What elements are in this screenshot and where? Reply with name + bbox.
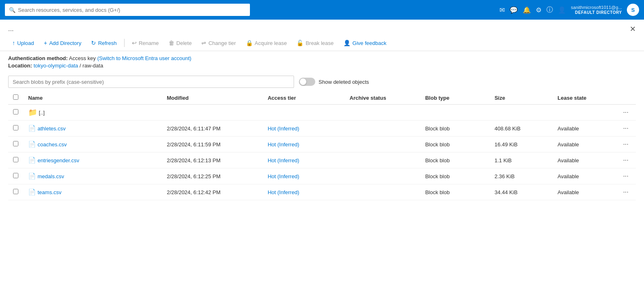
cell-archive-status [345,137,420,152]
file-name-link[interactable]: entriesgender.csv [38,157,79,164]
file-name-link[interactable]: coaches.csv [38,141,67,148]
feedback-icon[interactable]: 💬 [510,6,518,14]
refresh-icon: ↻ [91,40,96,46]
upload-icon: ↑ [12,40,15,46]
global-search-input[interactable] [18,7,246,13]
th-lease-state[interactable]: Lease state [553,91,615,105]
row-checkbox[interactable] [13,157,18,162]
select-all-checkbox[interactable] [13,94,18,100]
cell-access-tier [263,105,345,121]
cell-lease-state: Available [553,168,615,184]
th-actions [616,91,636,105]
rename-button[interactable]: ↩ Rename [128,38,163,48]
breadcrumb-dots[interactable]: ... [8,25,13,33]
cell-archive-status [345,121,420,137]
info-section: Authentication method: Access key (Switc… [0,51,644,72]
cell-modified [162,105,263,121]
location-separator: / [80,63,82,69]
search-bar[interactable]: 🔍 [5,4,250,16]
cell-lease-state: Available [553,137,615,152]
auth-info-line: Authentication method: Access key (Switc… [8,55,636,61]
file-name-link[interactable]: medals.csv [38,173,64,179]
settings-icon[interactable]: ⚙ [536,6,541,14]
cell-modified: 2/28/2024, 6:12:42 PM [162,184,263,200]
cell-access-tier: Hot (Inferred) [263,152,345,168]
acquire-lease-button[interactable]: 🔒 Acquire lease [242,38,291,48]
row-checkbox[interactable] [13,141,18,146]
cell-archive-status [345,105,420,121]
cell-modified: 2/28/2024, 6:12:13 PM [162,152,263,168]
more-options-button[interactable]: ··· [621,156,631,165]
toolbar: ↑ Upload + Add Directory ↻ Refresh ↩ Ren… [0,35,644,51]
show-deleted-toggle[interactable] [299,78,315,86]
break-lease-button[interactable]: 🔓 Break lease [292,38,338,48]
cell-blob-type: Block blob [420,168,490,184]
file-name-link[interactable]: athletes.csv [38,125,66,132]
blob-search-input[interactable] [8,76,294,88]
cell-archive-status [345,184,420,200]
file-name-link[interactable]: [..] [39,110,45,116]
toolbar-divider-1 [124,39,125,47]
file-table-container: Name Modified Access tier Archive status… [0,91,644,200]
give-feedback-button[interactable]: 👤 Give feedback [339,38,390,48]
th-access-tier[interactable]: Access tier [263,91,345,105]
account-icon[interactable]: 👤 [558,6,566,14]
delete-button[interactable]: 🗑 Delete [165,38,196,48]
folder-icon: 📁 [28,108,37,117]
file-icon: 📄 [28,141,36,148]
cell-size: 16.49 KiB [490,137,553,152]
row-checkbox[interactable] [13,125,18,130]
row-checkbox[interactable] [13,189,18,194]
row-checkbox[interactable] [13,109,18,114]
more-options-button[interactable]: ··· [621,172,631,181]
add-directory-icon: + [44,40,47,46]
table-row: 📄teams.csv2/28/2024, 6:12:42 PMHot (Infe… [8,184,636,200]
table-row: 📄entriesgender.csv2/28/2024, 6:12:13 PMH… [8,152,636,168]
more-options-button[interactable]: ··· [621,108,631,117]
cell-archive-status [345,152,420,168]
switch-auth-link[interactable]: (Switch to Microsoft Entra user account) [97,55,191,61]
more-options-button[interactable]: ··· [621,140,631,149]
avatar[interactable]: S [627,4,639,16]
file-icon: 📄 [28,188,36,196]
file-name-link[interactable]: teams.csv [38,189,62,195]
cell-access-tier: Hot (Inferred) [263,137,345,152]
th-size[interactable]: Size [490,91,553,105]
cell-size: 2.36 KiB [490,168,553,184]
cell-lease-state [553,105,615,121]
email-icon[interactable]: ✉ [499,6,505,14]
location-link[interactable]: tokyo-olympic-data [33,63,78,69]
file-table-body: 📁[..]···📄athletes.csv2/28/2024, 6:11:47 … [8,105,636,200]
cell-lease-state: Available [553,121,615,137]
file-table: Name Modified Access tier Archive status… [8,91,636,200]
th-checkbox [8,91,23,105]
acquire-lease-icon: 🔒 [246,40,253,46]
user-profile[interactable]: sanithmicrosoft1011@g... DEFAULT DIRECTO… [571,5,622,15]
file-icon: 📄 [28,125,36,132]
cell-modified: 2/28/2024, 6:12:25 PM [162,168,263,184]
table-row: 📄medals.csv2/28/2024, 6:12:25 PMHot (Inf… [8,168,636,184]
file-icon: 📄 [28,157,36,164]
add-directory-button[interactable]: + Add Directory [40,38,85,48]
change-tier-icon: ⇌ [201,40,206,46]
notification-icon[interactable]: 🔔 [523,6,531,14]
upload-button[interactable]: ↑ Upload [8,38,38,48]
user-directory: DEFAULT DIRECTORY [575,10,622,15]
change-tier-button[interactable]: ⇌ Change tier [197,38,240,48]
show-deleted-label: Show deleted objects [319,79,369,85]
cell-archive-status [345,168,420,184]
th-archive-status[interactable]: Archive status [345,91,420,105]
close-button[interactable]: ✕ [630,25,636,33]
help-icon[interactable]: ⓘ [546,6,553,14]
main-area: ... ✕ ↑ Upload + Add Directory ↻ Refresh… [0,20,644,200]
cell-blob-type: Block blob [420,152,490,168]
refresh-button[interactable]: ↻ Refresh [87,38,121,48]
th-blob-type[interactable]: Blob type [420,91,490,105]
th-name[interactable]: Name [23,91,162,105]
table-row: 📄athletes.csv2/28/2024, 6:11:47 PMHot (I… [8,121,636,137]
more-options-button[interactable]: ··· [621,188,631,197]
more-options-button[interactable]: ··· [621,124,631,133]
cell-modified: 2/28/2024, 6:11:59 PM [162,137,263,152]
row-checkbox[interactable] [13,173,18,178]
th-modified[interactable]: Modified [162,91,263,105]
